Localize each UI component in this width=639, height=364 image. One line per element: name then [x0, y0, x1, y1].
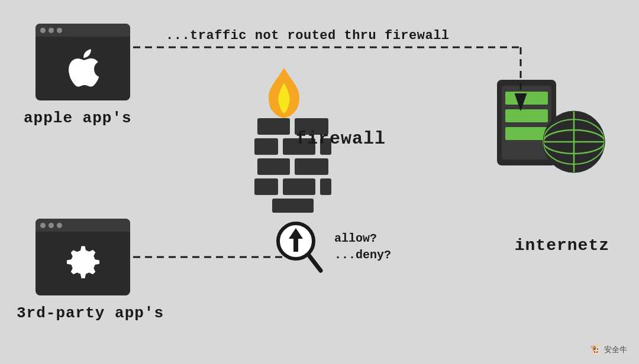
svg-rect-2: [254, 138, 278, 155]
watermark: 🐮 安全牛: [590, 344, 627, 356]
svg-rect-8: [283, 178, 315, 195]
traffic-label: ...traffic not routed thru firewall: [166, 28, 450, 43]
party-titlebar-dot-2: [49, 223, 54, 228]
svg-rect-7: [254, 178, 278, 195]
apple-logo-icon: [62, 44, 104, 93]
party-app-box: [36, 219, 130, 295]
titlebar-dot-1: [40, 28, 46, 33]
svg-rect-18: [505, 127, 548, 140]
party-titlebar-dot-3: [57, 223, 62, 228]
svg-line-12: [309, 255, 321, 271]
party-label: 3rd-party app's: [17, 304, 164, 322]
svg-rect-5: [257, 158, 290, 175]
svg-rect-16: [505, 92, 548, 105]
titlebar-dot-3: [57, 28, 62, 33]
titlebar-dot-2: [49, 28, 54, 33]
magnify-allow-deny-group: [272, 219, 325, 281]
apple-box-content: [36, 37, 130, 100]
magnifier-icon: [272, 219, 325, 278]
svg-rect-10: [272, 199, 314, 213]
apple-label: apple app's: [24, 109, 132, 127]
gear-icon: [61, 242, 105, 286]
party-titlebar-dot-1: [40, 223, 46, 228]
svg-rect-9: [320, 178, 331, 195]
internet-icon: [497, 71, 606, 189]
flame-icon: [248, 65, 320, 136]
internet-group: [497, 71, 606, 192]
svg-rect-17: [505, 109, 548, 122]
allow-deny-label: allow? ...deny?: [334, 230, 391, 264]
svg-rect-6: [295, 158, 328, 175]
party-box-titlebar: [36, 219, 130, 232]
party-box-content: [36, 232, 130, 295]
firewall-label: firewall: [296, 129, 386, 149]
watermark-icon: 🐮: [590, 344, 602, 356]
internet-label: internetz: [515, 236, 609, 255]
apple-app-box: [36, 24, 130, 100]
watermark-text: 安全牛: [604, 344, 627, 355]
apple-box-titlebar: [36, 24, 130, 37]
